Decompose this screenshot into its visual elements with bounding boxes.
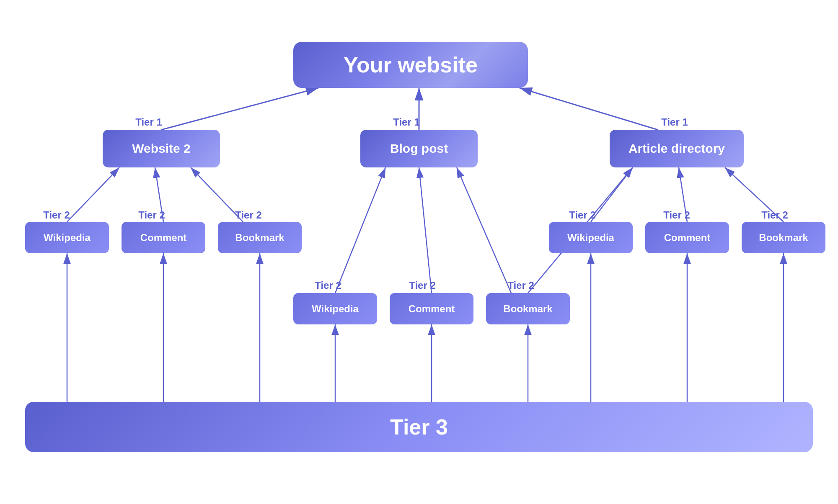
wikipedia2-node: Wikipedia: [293, 293, 377, 324]
website2-node: Website 2: [103, 130, 220, 167]
bookmark3-label: Bookmark: [759, 232, 808, 244]
tier2-label-bookmark2: Tier 2: [494, 280, 548, 291]
comment3-label: Comment: [664, 232, 711, 244]
wikipedia3-label: Wikipedia: [567, 232, 614, 244]
bookmark2-node: Bookmark: [486, 293, 570, 324]
tier1-label-website2: Tier 1: [124, 116, 174, 128]
svg-line-1: [161, 88, 318, 130]
tier1-label-blog: Tier 1: [381, 116, 432, 128]
wikipedia1-label: Wikipedia: [44, 232, 91, 244]
blog-post-label: Blog post: [390, 141, 448, 156]
comment1-node: Comment: [122, 222, 205, 253]
wikipedia2-label: Wikipedia: [312, 303, 359, 315]
tier3-node: Tier 3: [25, 402, 813, 452]
article-directory-label: Article directory: [628, 141, 725, 156]
your-website-label: Your website: [344, 52, 478, 77]
tier2-label-comment1: Tier 2: [127, 209, 177, 221]
svg-line-9: [457, 167, 511, 293]
svg-line-8: [419, 167, 432, 293]
website2-label: Website 2: [132, 141, 191, 156]
tier2-label-comment2: Tier 2: [397, 280, 447, 291]
tier2-label-bookmark3: Tier 2: [747, 209, 802, 221]
comment3-node: Comment: [645, 222, 729, 253]
bookmark1-node: Bookmark: [218, 222, 302, 253]
comment2-label: Comment: [409, 303, 455, 315]
bookmark1-label: Bookmark: [235, 232, 284, 244]
wikipedia3-node: Wikipedia: [549, 222, 633, 253]
svg-line-3: [520, 88, 658, 130]
tier2-label-wiki1: Tier 2: [29, 209, 84, 221]
comment1-label: Comment: [140, 232, 187, 244]
wikipedia1-node: Wikipedia: [25, 222, 109, 253]
blog-post-node: Blog post: [360, 130, 478, 167]
article-directory-node: Article directory: [610, 130, 744, 167]
tier2-label-bookmark1: Tier 2: [221, 209, 276, 221]
tier2-label-wiki2: Tier 2: [301, 280, 355, 291]
svg-line-7: [335, 167, 385, 293]
tier2-label-wiki3: Tier 2: [555, 209, 610, 221]
tier2-label-comment3: Tier 2: [652, 209, 702, 221]
tier3-label: Tier 3: [390, 414, 448, 440]
bookmark2-label: Bookmark: [503, 303, 552, 315]
bookmark3-node: Bookmark: [742, 222, 825, 253]
tier1-label-article: Tier 1: [641, 116, 708, 128]
comment2-node: Comment: [390, 293, 473, 324]
your-website-node: Your website: [293, 42, 528, 88]
diagram: Your website Tier 1 Website 2 Tier 1 Blo…: [0, 0, 838, 504]
